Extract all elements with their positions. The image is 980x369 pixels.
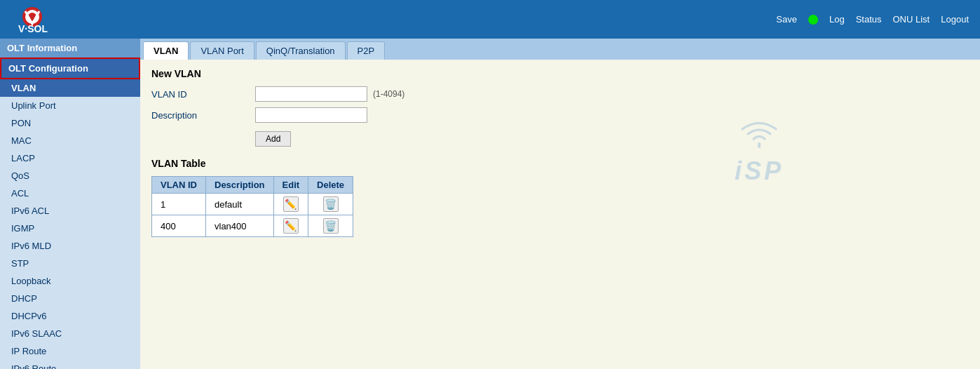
status-link[interactable]: Status — [856, 14, 882, 25]
vlan-table-title: VLAN Table — [151, 158, 969, 169]
vlan-id-cell: 400 — [152, 215, 206, 237]
description-label: Description — [151, 110, 250, 121]
olt-info-section: OLT Information — [0, 39, 140, 58]
sidebar-item-ipv6-slaac[interactable]: IPv6 SLAAC — [0, 325, 140, 342]
page-content: iSP New VLAN VLAN ID (1-4094) Descriptio… — [140, 60, 980, 369]
sidebar-item-loopback[interactable]: Loopback — [0, 272, 140, 290]
description-input[interactable] — [255, 107, 367, 123]
vlan-id-hint: (1-4094) — [373, 89, 404, 99]
sidebar-item-lacp[interactable]: LACP — [0, 149, 140, 167]
vlan-id-row: VLAN ID (1-4094) — [151, 86, 969, 102]
olt-config-section[interactable]: OLT Configuration — [0, 58, 140, 79]
vlan-id-input[interactable] — [255, 86, 367, 102]
status-indicator — [808, 15, 818, 25]
vlan-table-section: VLAN Table VLAN ID Description Edit Dele… — [151, 158, 969, 237]
table-row: 1default✏️🗑️ — [152, 194, 353, 215]
content-area: VLAN VLAN Port QinQ/Translation P2P iSP — [140, 39, 980, 369]
svg-text:V·SOL: V·SOL — [18, 23, 48, 34]
main-layout: OLT Information OLT Configuration VLAN U… — [0, 39, 980, 369]
edit-icon-button[interactable]: ✏️ — [283, 218, 299, 234]
description-cell: default — [206, 194, 274, 215]
watermark: iSP — [735, 116, 784, 186]
sidebar-item-stp[interactable]: STP — [0, 255, 140, 272]
sidebar-item-ip-route[interactable]: IP Route — [0, 342, 140, 360]
edit-cell: ✏️ — [273, 215, 308, 237]
tab-p2p[interactable]: P2P — [347, 41, 386, 60]
sidebar-item-dhcpv6[interactable]: DHCPv6 — [0, 307, 140, 325]
watermark-isp-text: iSP — [735, 156, 784, 186]
edit-pencil-icon: ✏️ — [285, 220, 297, 232]
description-cell: vlan400 — [206, 215, 274, 237]
delete-cell: 🗑️ — [308, 194, 353, 215]
sidebar-item-pon[interactable]: PON — [0, 114, 140, 132]
add-button[interactable]: Add — [255, 131, 291, 147]
tab-qinq-translation[interactable]: QinQ/Translation — [256, 41, 346, 60]
sidebar-item-mac[interactable]: MAC — [0, 132, 140, 149]
vlan-id-cell: 1 — [152, 194, 206, 215]
watermark-wifi-icon — [735, 116, 784, 156]
sidebar-item-uplink-port[interactable]: Uplink Port — [0, 97, 140, 114]
vlan-table: VLAN ID Description Edit Delete 1default… — [151, 176, 353, 237]
col-header-vlan-id: VLAN ID — [152, 177, 206, 194]
sidebar-item-vlan[interactable]: VLAN — [0, 79, 140, 97]
sidebar-item-qos[interactable]: QoS — [0, 167, 140, 184]
sidebar-item-dhcp[interactable]: DHCP — [0, 290, 140, 307]
tab-bar: VLAN VLAN Port QinQ/Translation P2P — [140, 39, 980, 60]
logo-area: V·SOL — [11, 4, 151, 35]
header-right: Save Log Status ONU List Logout — [776, 14, 969, 25]
save-button[interactable]: Save — [776, 14, 797, 25]
table-row: 400vlan400✏️🗑️ — [152, 215, 353, 237]
delete-cell: 🗑️ — [308, 215, 353, 237]
sidebar-item-ipv6-mld[interactable]: IPv6 MLD — [0, 237, 140, 255]
delete-trash-icon: 🗑️ — [325, 220, 336, 232]
description-row: Description — [151, 107, 969, 123]
top-header: V·SOL Save Log Status ONU List Logout — [0, 0, 980, 39]
edit-icon-button[interactable]: ✏️ — [283, 196, 299, 212]
onu-list-link[interactable]: ONU List — [893, 14, 930, 25]
delete-trash-icon: 🗑️ — [325, 199, 336, 210]
log-link[interactable]: Log — [829, 14, 845, 25]
sidebar-item-acl[interactable]: ACL — [0, 184, 140, 202]
vsol-logo: V·SOL — [11, 4, 95, 35]
add-button-row: Add — [151, 128, 969, 147]
tab-vlan-port[interactable]: VLAN Port — [190, 41, 254, 60]
delete-icon-button[interactable]: 🗑️ — [323, 196, 339, 212]
new-vlan-title: New VLAN — [151, 68, 969, 79]
logout-link[interactable]: Logout — [941, 14, 969, 25]
sidebar: OLT Information OLT Configuration VLAN U… — [0, 39, 140, 369]
edit-pencil-icon: ✏️ — [285, 199, 297, 210]
sidebar-item-igmp[interactable]: IGMP — [0, 220, 140, 237]
col-header-delete: Delete — [308, 177, 353, 194]
sidebar-item-ipv6-acl[interactable]: IPv6 ACL — [0, 202, 140, 220]
edit-cell: ✏️ — [273, 194, 308, 215]
delete-icon-button[interactable]: 🗑️ — [323, 218, 339, 234]
vlan-id-label: VLAN ID — [151, 89, 250, 100]
sidebar-item-ipv6-route[interactable]: IPv6 Route — [0, 360, 140, 369]
tab-vlan[interactable]: VLAN — [143, 41, 189, 60]
col-header-description: Description — [206, 177, 274, 194]
col-header-edit: Edit — [273, 177, 308, 194]
